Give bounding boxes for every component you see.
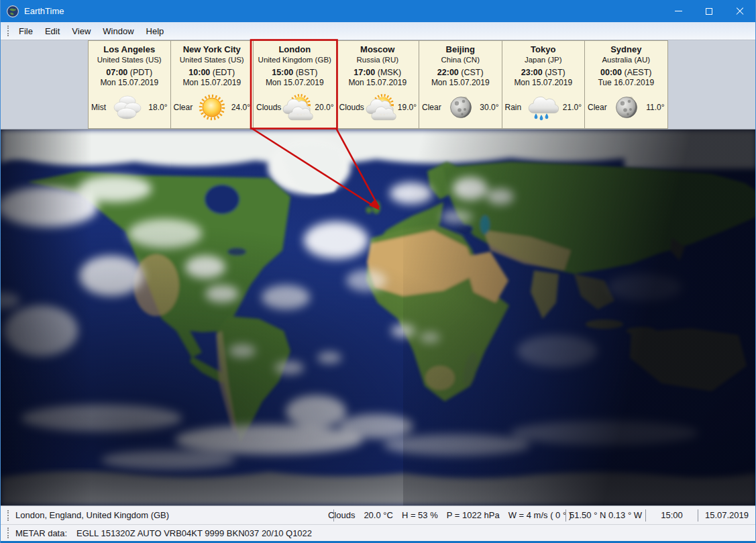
city-date: Mon 15.07.2019 (254, 78, 336, 88)
clock-panel-beijing[interactable]: Beijing China (CN) 22:00 (CST) Mon 15.07… (419, 40, 502, 129)
city-name: Beijing (419, 44, 502, 55)
metar-label: METAR data: (15, 528, 67, 538)
weather-condition: Mist (91, 103, 106, 112)
moon-icon (610, 92, 643, 123)
weather-condition: Clouds (256, 103, 281, 112)
temperature: 20.0° (315, 103, 333, 112)
minimize-icon (675, 11, 682, 11)
city-date: Mon 15.07.2019 (89, 78, 170, 88)
window-title: EarthTime (24, 6, 64, 16)
sun-icon (195, 92, 229, 123)
temperature: 18.0° (148, 103, 167, 112)
city-country: China (CN) (419, 55, 502, 65)
city-name: London (254, 44, 336, 55)
temperature: 11.0° (646, 103, 664, 112)
status-coordinates: 51.50 ° N 0.13 ° W (566, 510, 645, 520)
status-time: 15:00 (646, 510, 698, 520)
city-date: Mon 15.07.2019 (502, 78, 585, 88)
status-wind: W = 4 m/s ( 0 ° ) (508, 510, 572, 520)
maximize-icon (706, 8, 712, 15)
close-button[interactable] (724, 0, 755, 22)
title-bar[interactable]: EarthTime (1, 0, 755, 22)
city-time: 07:00 (PDT) (89, 67, 170, 78)
menu-edit[interactable]: Edit (39, 24, 66, 38)
status-temperature: 20.0 °C (364, 510, 393, 520)
temperature: 21.0° (563, 103, 582, 112)
city-time: 22:00 (CST) (419, 67, 502, 78)
city-name: Tokyo (502, 44, 585, 55)
maximize-button[interactable] (694, 0, 724, 22)
clock-panel-tokyo[interactable]: Tokyo Japan (JP) 23:00 (JST) Mon 15.07.2… (502, 40, 586, 129)
earthtime-window: EarthTime File Edit View Window Help Los… (0, 0, 756, 543)
city-country: United States (US) (89, 55, 170, 65)
mist-icon (111, 92, 144, 123)
city-country: Australia (AU) (585, 55, 667, 65)
weather-condition: Clear (422, 103, 441, 112)
close-icon (736, 7, 744, 15)
sun-clouds-icon (364, 92, 398, 123)
city-name: Moscow (337, 44, 419, 55)
city-date: Mon 15.07.2019 (171, 78, 254, 88)
earthtime-app-icon (7, 5, 19, 17)
city-time: 23:00 (JST) (502, 67, 585, 78)
city-date: Mon 15.07.2019 (337, 78, 419, 88)
menu-view[interactable]: View (66, 24, 97, 38)
menu-window[interactable]: Window (97, 24, 140, 38)
temperature: 19.0° (398, 103, 417, 112)
status-date: 15.07.2019 (698, 510, 755, 520)
city-name: New York City (171, 44, 254, 55)
weather-condition: Clouds (339, 103, 364, 112)
status-pressure: P = 1022 hPa (447, 510, 500, 520)
city-time: 10:00 (EDT) (171, 67, 254, 78)
city-time: 00:00 (AEST) (585, 67, 667, 78)
status-condition: Clouds (328, 510, 355, 520)
clock-panel-london[interactable]: London United Kingdom (GB) 15:00 (BST) M… (254, 40, 337, 129)
city-name: Sydney (585, 44, 667, 55)
city-country: United States (US) (171, 55, 254, 65)
city-time: 15:00 (BST) (254, 67, 336, 78)
sun-clouds-icon (281, 92, 315, 123)
clock-panel-sydney[interactable]: Sydney Australia (AU) 00:00 (AEST) Tue 1… (585, 40, 668, 129)
weather-condition: Clear (174, 103, 193, 112)
rain-icon (525, 92, 559, 123)
city-date: Mon 15.07.2019 (419, 78, 502, 88)
menu-bar: File Edit View Window Help (1, 22, 755, 40)
clock-panel-los-angeles[interactable]: Los Angeles United States (US) 07:00 (PD… (88, 40, 171, 129)
minimize-button[interactable] (663, 0, 694, 22)
status-humidity: H = 53 % (402, 510, 438, 520)
city-date: Tue 16.07.2019 (585, 78, 667, 88)
city-time: 17:00 (MSK) (337, 67, 419, 78)
clock-panel-moscow[interactable]: Moscow Russia (RU) 17:00 (MSK) Mon 15.07… (337, 40, 420, 129)
status-weather: Clouds 20.0 °C H = 53 % P = 1022 hPa W =… (334, 510, 565, 520)
menu-drag-grip[interactable] (7, 26, 9, 36)
status-bar: London, England, United Kingdom (GB) Clo… (1, 505, 755, 524)
metar-value: EGLL 151320Z AUTO VRB04KT 9999 BKN037 20… (76, 528, 312, 538)
status-drag-grip[interactable] (7, 510, 9, 521)
metar-bar: METAR data: EGLL 151320Z AUTO VRB04KT 99… (1, 524, 755, 541)
menu-help[interactable]: Help (140, 24, 170, 38)
metar-drag-grip[interactable] (7, 528, 9, 538)
clock-panel-new-york-city[interactable]: New York City United States (US) 10:00 (… (171, 40, 254, 129)
menu-file[interactable]: File (13, 24, 39, 38)
city-country: United Kingdom (GB) (254, 55, 336, 65)
weather-condition: Clear (588, 103, 607, 112)
temperature: 24.0° (231, 103, 250, 112)
city-clock-strip: Los Angeles United States (US) 07:00 (PD… (1, 40, 755, 130)
moon-icon (444, 92, 478, 123)
city-name: Los Angeles (89, 44, 170, 55)
status-location: London, England, United Kingdom (GB) (13, 510, 333, 520)
city-country: Russia (RU) (337, 55, 419, 65)
temperature: 30.0° (480, 103, 498, 112)
weather-condition: Rain (505, 103, 522, 112)
city-country: Japan (JP) (502, 55, 585, 65)
world-map[interactable] (1, 130, 755, 505)
